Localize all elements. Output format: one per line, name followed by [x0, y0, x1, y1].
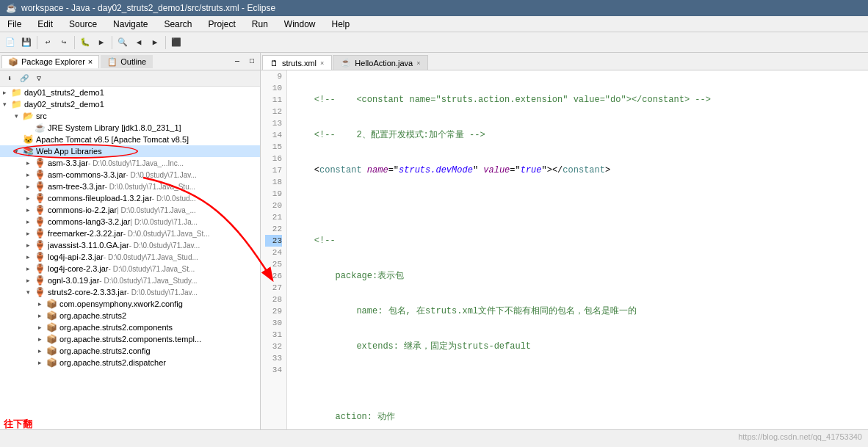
tab-outline[interactable]: 📋 Outline — [101, 55, 153, 68]
tree-item-xwork2[interactable]: ▸ 📦 com.opensymphony.xwork2.config — [0, 298, 260, 310]
struts-xml-close[interactable]: × — [320, 59, 324, 67]
jre-icon: ☕ — [35, 123, 46, 133]
ln-14: 14 — [265, 129, 282, 141]
toggle-io[interactable]: ▸ — [23, 206, 32, 214]
menu-file[interactable]: File — [3, 18, 26, 31]
toggle-day01[interactable]: ▸ — [0, 88, 9, 97]
panel-minimize[interactable]: — — [231, 55, 244, 68]
menu-run[interactable]: Run — [247, 18, 272, 31]
tree-item-config[interactable]: ▸ 📦 org.apache.struts2.config — [0, 345, 260, 357]
collapse-all-btn[interactable]: ⬇ — [3, 72, 16, 85]
toggle-log4j-api[interactable]: ▸ — [23, 252, 32, 261]
code-content[interactable]: <!-- <constant name="struts.action.exten… — [287, 70, 868, 429]
menu-navigate[interactable]: Navigate — [109, 18, 152, 31]
tree-item-src[interactable]: ▾ 📂 src — [0, 110, 260, 122]
code-editor[interactable]: 9 10 11 12 13 14 15 16 17 18 19 20 21 22… — [261, 70, 868, 429]
toolbar-run[interactable]: ▶ — [94, 35, 109, 50]
tree-item-day01[interactable]: ▸ 📁 day01_struts2_demo1 — [0, 87, 260, 98]
tree-item-asm-tree[interactable]: ▸ 🏺 asm-tree-3.3.jar - D:\0.0study\71.Ja… — [0, 181, 260, 192]
toggle-struts2-pkg[interactable]: ▸ — [35, 311, 44, 320]
tree-item-lang3[interactable]: ▸ 🏺 commons-lang3-3.2.jar | D:\0.0study\… — [0, 216, 260, 228]
tree-item-asm-commons[interactable]: ▸ 🏺 asm-commons-3.3.jar - D:\0.0study\71… — [0, 169, 260, 181]
tree-item-struts2-core[interactable]: ▾ 🏺 struts2-core-2.3.33.jar - D:\0.0stud… — [0, 286, 260, 298]
ln-13: 13 — [265, 117, 282, 129]
tab-helloaction[interactable]: ☕ HelloAction.java × — [333, 55, 428, 70]
toolbar-next[interactable]: ▶ — [148, 35, 162, 50]
tree-item-webapp-libs[interactable]: ▾ 📚 Web App Libraries — [0, 145, 260, 157]
io-label: commons-io-2.2.jar — [48, 206, 117, 214]
tree-item-fileupload[interactable]: ▸ 🏺 commons-fileupload-1.3.2.jar - D:\0.… — [0, 192, 260, 204]
tree-item-day02[interactable]: ▾ 📁 day02_struts2_demo1 — [0, 98, 260, 110]
link-editor-btn[interactable]: 🔗 — [18, 72, 31, 85]
toggle-lang3[interactable]: ▸ — [23, 217, 32, 226]
view-menu-btn[interactable]: ▽ — [32, 72, 46, 85]
toolbar-search[interactable]: 🔍 — [115, 35, 130, 50]
menu-help[interactable]: Help — [328, 18, 355, 31]
package-explorer-close[interactable]: × — [88, 57, 93, 66]
editor-tabs: 🗒 struts.xml × ☕ HelloAction.java × — [261, 53, 868, 70]
tree-item-tomcat[interactable]: 🐱 Apache Tomcat v8.5 [Apache Tomcat v8.5… — [0, 134, 260, 145]
menu-project[interactable]: Project — [203, 18, 239, 31]
toolbar-save[interactable]: 💾 — [19, 35, 34, 50]
toggle-dispatcher[interactable]: ▸ — [35, 358, 44, 367]
templ-label: org.apache.struts2.components.templ... — [59, 335, 201, 344]
annotation-bottom-left: 往下翻 — [4, 418, 32, 431]
project-icon: 📁 — [11, 87, 22, 98]
pkg-icon-5: 📦 — [46, 346, 57, 356]
toggle-src[interactable]: ▾ — [12, 112, 21, 120]
toggle-asm-commons[interactable]: ▸ — [23, 170, 32, 179]
tree-item-components-templ[interactable]: ▸ 📦 org.apache.struts2.components.templ.… — [0, 333, 260, 345]
toggle-webapp[interactable]: ▾ — [12, 147, 21, 156]
panel-maximize[interactable]: □ — [245, 55, 258, 68]
jar-icon: 🏺 — [35, 158, 46, 168]
toolbar-new[interactable]: 📄 — [3, 35, 18, 50]
tree-item-struts2-pkg[interactable]: ▸ 📦 org.apache.struts2 — [0, 310, 260, 321]
toggle-asm-tree[interactable]: ▸ — [23, 182, 32, 191]
toolbar-prev[interactable]: ◀ — [131, 35, 146, 50]
toggle-log4j-core[interactable]: ▸ — [23, 264, 32, 273]
tree-item-log4j-core[interactable]: ▸ 🏺 log4j-core-2.3.jar - D:\0.0study\71.… — [0, 263, 260, 275]
tree-item-jre[interactable]: ☕ JRE System Library [jdk1.8.0_231_1] — [0, 122, 260, 134]
tab-struts-xml[interactable]: 🗒 struts.xml × — [262, 55, 332, 70]
menu-search[interactable]: Search — [159, 18, 196, 31]
tree-item-asm[interactable]: ▸ 🏺 asm-3.3.jar - D:\0.0study\71.Java_..… — [0, 157, 260, 169]
ln-31: 31 — [265, 329, 282, 341]
tree-item-dispatcher[interactable]: ▸ 📦 org.apache.struts2.dispatcher — [0, 357, 260, 368]
freemarker-label: freemarker-2.3.22.jar — [48, 229, 123, 238]
toolbar-perspective[interactable]: ⬛ — [169, 35, 184, 50]
jar-icon-9: 🏺 — [35, 252, 46, 262]
menu-window[interactable]: Window — [280, 18, 320, 31]
tree-item-io[interactable]: ▸ 🏺 commons-io-2.2.jar | D:\0.0study\71.… — [0, 204, 260, 216]
tree-item-javassist[interactable]: ▸ 🏺 javassist-3.11.0.GA.jar - D:\0.0stud… — [0, 239, 260, 251]
toggle-day02[interactable]: ▾ — [0, 100, 9, 109]
tree-item-log4j-api[interactable]: ▸ 🏺 log4j-api-2.3.jar - D:\0.0study\71.J… — [0, 251, 260, 263]
menu-edit[interactable]: Edit — [33, 18, 57, 31]
toggle-fileupload[interactable]: ▸ — [23, 194, 32, 203]
ln-29: 29 — [265, 305, 282, 317]
toggle-components[interactable]: ▸ — [35, 323, 44, 332]
toggle-xwork2[interactable]: ▸ — [35, 299, 44, 308]
menu-source[interactable]: Source — [65, 18, 101, 31]
tree-item-components[interactable]: ▸ 📦 org.apache.struts2.components — [0, 321, 260, 333]
webapp-icon: 📚 — [23, 146, 34, 156]
fileupload-label: commons-fileupload-1.3.2.jar — [48, 194, 152, 203]
toggle-asm[interactable]: ▸ — [23, 159, 32, 167]
toggle-struts2[interactable]: ▾ — [23, 288, 32, 297]
toggle-templ[interactable]: ▸ — [35, 335, 44, 344]
toggle-config[interactable]: ▸ — [35, 346, 44, 355]
tree-item-freemarker[interactable]: ▸ 🏺 freemarker-2.3.22.jar - D:\0.0study\… — [0, 228, 260, 239]
ln-10: 10 — [265, 82, 282, 94]
toolbar-redo[interactable]: ↪ — [57, 35, 71, 50]
package-explorer-tree[interactable]: ▸ 📁 day01_struts2_demo1 ▾ 📁 day02_struts… — [0, 87, 260, 429]
toggle-javassist[interactable]: ▸ — [23, 241, 32, 250]
toolbar-debug[interactable]: 🐛 — [78, 35, 93, 50]
tree-item-ognl[interactable]: ▸ 🏺 ognl-3.0.19.jar - D:\0.0study\71.Jav… — [0, 275, 260, 286]
toolbar-undo[interactable]: ↩ — [40, 35, 55, 50]
toggle-ognl[interactable]: ▸ — [23, 276, 32, 285]
dispatcher-label: org.apache.struts2.dispatcher — [59, 358, 166, 367]
tab-package-explorer[interactable]: 📦 Package Explorer × — [1, 55, 99, 68]
outline-icon: 📋 — [107, 57, 117, 67]
toggle-freemarker[interactable]: ▸ — [23, 229, 32, 238]
webapp-label: Web App Libraries — [36, 147, 102, 156]
helloaction-close[interactable]: × — [416, 59, 420, 67]
